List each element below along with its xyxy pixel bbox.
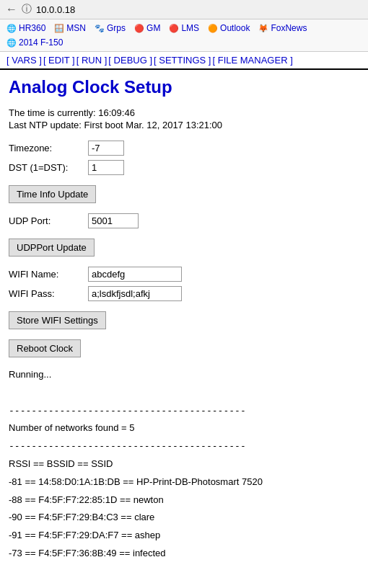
bookmark-foxnews-label: FoxNews bbox=[271, 23, 307, 33]
timezone-label: Timezone: bbox=[9, 143, 88, 153]
bookmark-msn-label: MSN bbox=[66, 23, 86, 33]
outlook-icon: 🟠 bbox=[208, 24, 218, 33]
udp-port-label: UDP Port: bbox=[9, 215, 88, 226]
output-line-4: -73 == F4:5F:F7:36:8B:49 == infected bbox=[9, 546, 359, 561]
nav-run[interactable]: [ RUN ] bbox=[76, 55, 108, 66]
output-line-3: -91 == F4:5F:F7:29:DA:F7 == ashep bbox=[9, 528, 359, 543]
wifi-section: WIFI Name: WIFI Pass: bbox=[9, 267, 359, 301]
store-wifi-btn-row: Store WIFI Settings bbox=[9, 311, 359, 329]
udp-port-row: UDP Port: bbox=[9, 213, 359, 228]
nav-edit[interactable]: [ EDIT ] bbox=[43, 55, 76, 66]
bookmark-outlook-label: Outlook bbox=[220, 23, 250, 33]
url-display: 10.0.0.18 bbox=[36, 4, 75, 15]
bookmark-grps-label: Grps bbox=[107, 23, 126, 33]
bookmark-hr360-label: HR360 bbox=[19, 23, 45, 33]
page-content: Analog Clock Setup The time is currently… bbox=[0, 70, 368, 569]
grps-icon: 🐾 bbox=[95, 24, 105, 33]
bookmark-grps[interactable]: 🐾 Grps bbox=[91, 22, 129, 35]
info-icon: ⓘ bbox=[22, 3, 32, 16]
output-blank-line bbox=[9, 386, 359, 401]
page-title: Analog Clock Setup bbox=[9, 77, 359, 97]
wifi-pass-label: WIFI Pass: bbox=[9, 288, 88, 299]
bookmark-f150-label: 2014 F-150 bbox=[19, 37, 63, 48]
time-info-section: The time is currently: 16:09:46 Last NTP… bbox=[9, 107, 359, 130]
dst-row: DST (1=DST): bbox=[9, 160, 359, 175]
store-wifi-button[interactable]: Store WIFI Settings bbox=[9, 311, 106, 329]
output-divider2: ----------------------------------------… bbox=[9, 439, 359, 454]
udp-update-button[interactable]: UDPPort Update bbox=[9, 239, 95, 257]
nav-debug[interactable]: [ DEBUG ] bbox=[108, 55, 153, 66]
bookmark-gm-label: GM bbox=[146, 23, 160, 33]
output-line-2: -90 == F4:5F:F7:29:B4:C3 == clare bbox=[9, 510, 359, 525]
reboot-button[interactable]: Reboot Clock bbox=[9, 339, 81, 357]
udp-section: UDP Port: bbox=[9, 213, 359, 228]
current-time-text: The time is currently: 16:09:46 bbox=[9, 107, 359, 118]
ntp-info-text: Last NTP update: First boot Mar. 12, 201… bbox=[9, 120, 359, 130]
output-networks: Number of networks found = 5 bbox=[9, 421, 359, 436]
wifi-name-row: WIFI Name: bbox=[9, 267, 359, 282]
bookmark-foxnews[interactable]: 🦊 FoxNews bbox=[255, 22, 310, 35]
bookmark-lms[interactable]: 🔴 LMS bbox=[165, 22, 203, 35]
nav-vars[interactable]: [ VARS ] bbox=[6, 55, 43, 66]
bookmark-lms-label: LMS bbox=[181, 23, 199, 33]
gm-icon: 🔴 bbox=[134, 24, 144, 33]
timezone-input[interactable] bbox=[88, 141, 124, 156]
bookmark-msn[interactable]: 🪟 MSN bbox=[51, 22, 89, 35]
bookmark-hr360[interactable]: 🌐 HR360 bbox=[3, 22, 49, 35]
reboot-btn-row: Reboot Clock bbox=[9, 339, 359, 357]
bookmark-gm[interactable]: 🔴 GM bbox=[131, 22, 164, 35]
timezone-row: Timezone: bbox=[9, 141, 359, 156]
bookmark-f150[interactable]: 🌐 2014 F-150 bbox=[3, 36, 66, 49]
wifi-pass-row: WIFI Pass: bbox=[9, 286, 359, 301]
output-running: Running... bbox=[9, 368, 359, 383]
wifi-name-label: WIFI Name: bbox=[9, 269, 88, 280]
bookmarks-bar: 🌐 HR360 🪟 MSN 🐾 Grps 🔴 GM 🔴 LMS 🟠 Outloo… bbox=[0, 19, 368, 52]
output-line-1: -88 == F4:5F:F7:22:85:1D == newton bbox=[9, 493, 359, 508]
bookmark-outlook[interactable]: 🟠 Outlook bbox=[204, 22, 253, 35]
udp-update-btn-row: UDPPort Update bbox=[9, 239, 359, 257]
udp-port-input[interactable] bbox=[88, 213, 139, 228]
msn-icon: 🪟 bbox=[54, 24, 64, 33]
dst-input[interactable] bbox=[88, 160, 124, 175]
timezone-section: Timezone: DST (1=DST): bbox=[9, 141, 359, 175]
wifi-name-input[interactable] bbox=[88, 267, 182, 282]
hr360-icon: 🌐 bbox=[6, 24, 17, 33]
nav-bar: [ VARS ] [ EDIT ] [ RUN ] [ DEBUG ] [ SE… bbox=[0, 52, 368, 70]
output-line-0: -81 == 14:58:D0:1A:1B:DB == HP-Print-DB-… bbox=[9, 475, 359, 490]
address-bar: ← ⓘ 10.0.0.18 bbox=[0, 0, 368, 19]
back-button[interactable]: ← bbox=[6, 3, 17, 16]
wifi-pass-input[interactable] bbox=[88, 286, 182, 301]
output-divider1: ----------------------------------------… bbox=[9, 404, 359, 419]
nav-settings[interactable]: [ SETTINGS ] bbox=[153, 55, 211, 66]
foxnews-icon: 🦊 bbox=[258, 24, 268, 33]
time-update-button[interactable]: Time Info Update bbox=[9, 185, 96, 203]
time-update-btn-row: Time Info Update bbox=[9, 185, 359, 203]
dst-label: DST (1=DST): bbox=[9, 162, 88, 173]
output-header: RSSI == BSSID == SSID bbox=[9, 457, 359, 472]
f150-icon: 🌐 bbox=[6, 38, 17, 48]
nav-file-manager[interactable]: [ FILE MANAGER ] bbox=[212, 55, 294, 66]
lms-icon: 🔴 bbox=[169, 24, 179, 33]
